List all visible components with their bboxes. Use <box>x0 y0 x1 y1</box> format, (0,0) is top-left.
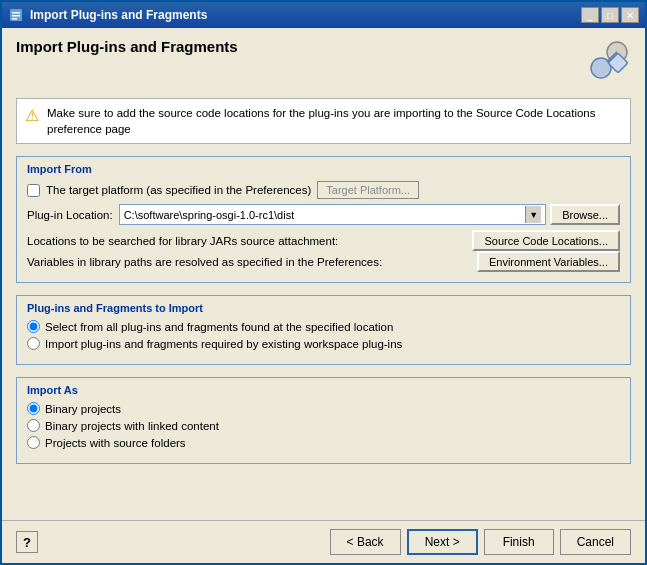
plugins-option1-radio[interactable] <box>27 320 40 333</box>
library-jars-label: Locations to be searched for library JAR… <box>27 235 466 247</box>
import-as-option1-label: Binary projects <box>45 403 121 415</box>
target-platform-row: The target platform (as specified in the… <box>27 181 620 199</box>
cancel-button[interactable]: Cancel <box>560 529 631 555</box>
page-title-area: Import Plug-ins and Fragments <box>16 38 238 59</box>
combo-arrow-icon[interactable]: ▼ <box>525 206 541 223</box>
plugins-option2-row: Import plug-ins and fragments required b… <box>27 337 620 350</box>
import-as-option3-row: Projects with source folders <box>27 436 620 449</box>
import-as-option3-radio[interactable] <box>27 436 40 449</box>
target-platform-checkbox[interactable] <box>27 184 40 197</box>
plugin-icon-area <box>583 38 631 86</box>
finish-button[interactable]: Finish <box>484 529 554 555</box>
plugins-fragments-label: Plug-ins and Fragments to Import <box>27 302 620 314</box>
import-as-option2-radio[interactable] <box>27 419 40 432</box>
environment-variables-button[interactable]: Environment Variables... <box>477 251 620 272</box>
plugin-location-combo[interactable]: C:\software\spring-osgi-1.0-rc1\dist ▼ <box>119 204 546 225</box>
title-bar: Import Plug-ins and Fragments _ □ ✕ <box>2 2 645 28</box>
maximize-button[interactable]: □ <box>601 7 619 23</box>
svg-rect-3 <box>12 18 17 20</box>
plugin-icon <box>583 38 631 86</box>
plugin-location-label: Plug-in Location: <box>27 209 113 221</box>
footer-buttons: < Back Next > Finish Cancel <box>330 529 631 555</box>
plugins-option1-label: Select from all plug-ins and fragments f… <box>45 321 393 333</box>
import-as-option1-radio[interactable] <box>27 402 40 415</box>
import-as-option3-label: Projects with source folders <box>45 437 186 449</box>
main-window: Import Plug-ins and Fragments _ □ ✕ Impo… <box>0 0 647 565</box>
plugins-option1-row: Select from all plug-ins and fragments f… <box>27 320 620 333</box>
import-from-section: Import From The target platform (as spec… <box>16 156 631 283</box>
back-button[interactable]: < Back <box>330 529 401 555</box>
plugins-option2-label: Import plug-ins and fragments required b… <box>45 338 402 350</box>
plugins-fragments-section: Plug-ins and Fragments to Import Select … <box>16 295 631 365</box>
warning-icon: ⚠ <box>25 106 39 125</box>
plugin-location-row: Plug-in Location: C:\software\spring-osg… <box>27 204 620 225</box>
import-from-label: Import From <box>27 163 620 175</box>
variables-label: Variables in library paths are resolved … <box>27 256 471 268</box>
window-icon <box>8 7 24 23</box>
source-code-locations-button[interactable]: Source Code Locations... <box>472 230 620 251</box>
window-controls: _ □ ✕ <box>581 7 639 23</box>
dialog-footer: ? < Back Next > Finish Cancel <box>2 520 645 563</box>
dialog-content: Import Plug-ins and Fragments ⚠ Make sur… <box>2 28 645 520</box>
library-jars-row: Locations to be searched for library JAR… <box>27 230 620 251</box>
plugin-location-value: C:\software\spring-osgi-1.0-rc1\dist <box>124 209 525 221</box>
info-box: ⚠ Make sure to add the source code locat… <box>16 98 631 144</box>
browse-button[interactable]: Browse... <box>550 204 620 225</box>
target-platform-checkbox-label: The target platform (as specified in the… <box>46 184 311 196</box>
import-as-label: Import As <box>27 384 620 396</box>
page-header: Import Plug-ins and Fragments <box>16 38 631 86</box>
close-button[interactable]: ✕ <box>621 7 639 23</box>
import-as-option2-label: Binary projects with linked content <box>45 420 219 432</box>
window-title: Import Plug-ins and Fragments <box>30 8 575 22</box>
next-button[interactable]: Next > <box>407 529 478 555</box>
variables-row: Variables in library paths are resolved … <box>27 251 620 272</box>
footer-left: ? <box>16 531 38 553</box>
page-title: Import Plug-ins and Fragments <box>16 38 238 55</box>
help-button[interactable]: ? <box>16 531 38 553</box>
import-as-option2-row: Binary projects with linked content <box>27 419 620 432</box>
svg-rect-1 <box>12 12 20 14</box>
minimize-button[interactable]: _ <box>581 7 599 23</box>
import-as-option1-row: Binary projects <box>27 402 620 415</box>
svg-rect-2 <box>12 15 20 17</box>
import-as-section: Import As Binary projects Binary project… <box>16 377 631 464</box>
plugins-option2-radio[interactable] <box>27 337 40 350</box>
info-message: Make sure to add the source code locatio… <box>47 105 622 137</box>
target-platform-button[interactable]: Target Platform... <box>317 181 419 199</box>
